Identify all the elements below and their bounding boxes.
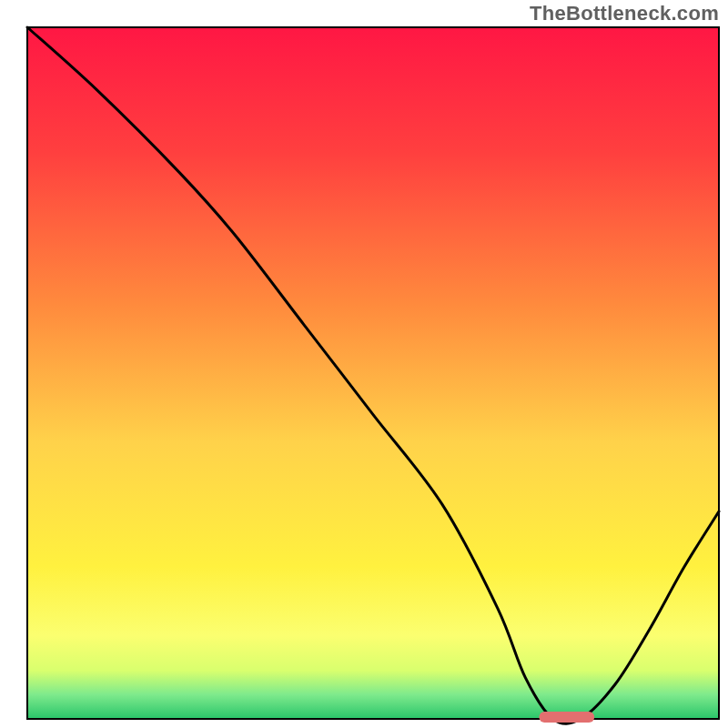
plot-background-gradient — [27, 27, 719, 719]
bottleneck-chart — [0, 0, 728, 728]
optimal-range-marker — [539, 712, 594, 723]
chart-stage: TheBottleneck.com — [0, 0, 728, 728]
